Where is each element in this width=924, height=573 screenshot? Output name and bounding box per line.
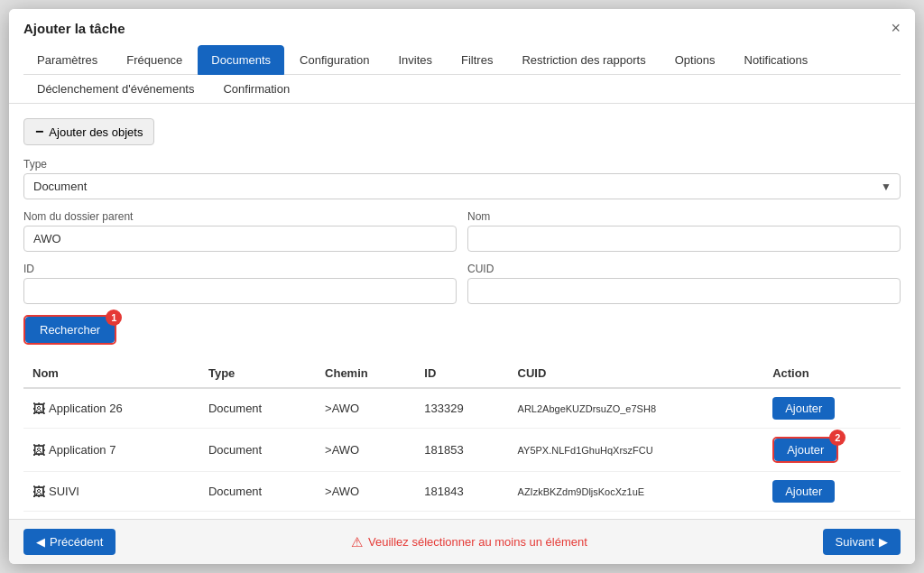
cell-chemin: >AWO — [316, 472, 415, 512]
nom-label: Nom — [467, 210, 901, 223]
tab-invites[interactable]: Invites — [384, 45, 446, 75]
cuid-col: CUID — [467, 263, 901, 315]
doc-icon: 🖼 — [32, 485, 45, 499]
table-row: 🖼 Application 26 Document >AWO 133329 AR… — [23, 388, 901, 429]
parent-folder-label: Nom du dossier parent — [23, 210, 457, 223]
ajouter-button[interactable]: Ajouter — [772, 397, 835, 420]
nom-input[interactable] — [467, 226, 901, 252]
rechercher-section: Rechercher 1 — [23, 315, 901, 345]
chevron-right-icon: ▶ — [879, 535, 888, 549]
modal: Ajouter la tâche × Paramètres Fréquence … — [9, 9, 915, 564]
cell-action: Ajouter 2 — [763, 429, 901, 472]
cell-type: Document — [199, 388, 316, 429]
id-cuid-row: ID CUID — [23, 263, 901, 315]
suivant-button[interactable]: Suivant ▶ — [823, 529, 901, 555]
cell-nom: 🖼 SUIVI — [23, 472, 199, 512]
precedent-label: Précédent — [50, 535, 103, 549]
tab-declenchement[interactable]: Déclenchement d'événements — [23, 75, 208, 103]
doc-icon: 🖼 — [32, 443, 45, 457]
cell-type: Document — [199, 429, 316, 472]
col-type: Type — [199, 359, 316, 388]
footer-warning: ⚠ Veuillez sélectionner au moins un élém… — [351, 534, 587, 550]
cell-id: 133329 — [415, 388, 508, 429]
cell-cuid: AZIzkBKZdm9DljsKocXz1uE — [509, 472, 764, 512]
tab-filtres[interactable]: Filtres — [448, 45, 506, 75]
col-cuid: CUID — [509, 359, 764, 388]
warning-icon: ⚠ — [351, 534, 363, 550]
ajouter-button[interactable]: Ajouter — [774, 439, 836, 461]
cell-id: 181843 — [415, 472, 508, 512]
tab-options[interactable]: Options — [661, 45, 729, 75]
col-chemin: Chemin — [316, 359, 415, 388]
rechercher-outer: Rechercher 1 — [23, 315, 116, 345]
id-label: ID — [23, 263, 457, 275]
modal-footer: ◀ Précédent ⚠ Veuillez sélectionner au m… — [9, 519, 915, 564]
suivant-label: Suivant — [836, 535, 874, 549]
cell-nom: 🖼 Application 7 — [23, 429, 199, 472]
col-id: ID — [415, 359, 508, 388]
tab-notifications[interactable]: Notifications — [731, 45, 822, 75]
tab-confirmation[interactable]: Confirmation — [209, 75, 303, 103]
modal-title: Ajouter la tâche — [23, 21, 125, 36]
id-input[interactable] — [23, 278, 457, 304]
id-col: ID — [23, 263, 457, 315]
table-header-row: Nom Type Chemin ID CUID Action — [23, 359, 901, 388]
action-badge: 2 — [829, 430, 845, 446]
modal-header: Ajouter la tâche × Paramètres Fréquence … — [9, 9, 915, 104]
parent-nom-row: Nom du dossier parent Nom — [23, 210, 901, 263]
precedent-button[interactable]: ◀ Précédent — [23, 529, 116, 555]
doc-icon: 🖼 — [32, 402, 45, 416]
rechercher-button[interactable]: Rechercher 1 — [25, 317, 115, 343]
cell-chemin: >AWO — [316, 429, 415, 472]
cell-action: Ajouter — [763, 472, 901, 512]
section-add-objects[interactable]: − Ajouter des objets — [23, 118, 154, 145]
cuid-label: CUID — [467, 263, 901, 275]
type-select-wrapper: Document Dossier Rapport ▼ — [23, 173, 901, 199]
parent-folder-col: Nom du dossier parent — [23, 210, 457, 263]
table-row: 🖼 SUIVI Document >AWO 181843 AZIzkBKZdm9… — [23, 472, 901, 512]
section-header-label: Ajouter des objets — [49, 125, 143, 139]
tab-documents[interactable]: Documents — [198, 45, 284, 75]
type-label: Type — [23, 158, 901, 171]
tab-parametres[interactable]: Paramètres — [23, 45, 111, 75]
table-row: 🖼 Application 7 Document >AWO 181853 AY5… — [23, 429, 901, 472]
cell-action: Ajouter — [763, 388, 901, 429]
results-table: Nom Type Chemin ID CUID Action 🖼 Applica… — [23, 359, 901, 512]
rechercher-badge: 1 — [106, 310, 122, 326]
tab-frequence[interactable]: Fréquence — [113, 45, 196, 75]
type-select[interactable]: Document Dossier Rapport — [23, 173, 901, 199]
cell-cuid: AY5PX.NLFd1GhuHqXrszFCU — [509, 429, 764, 472]
tab-restriction[interactable]: Restriction des rapports — [508, 45, 659, 75]
cell-nom: 🖼 Application 26 — [23, 388, 199, 429]
ajouter-badge-wrapper: Ajouter 2 — [772, 437, 838, 463]
warning-text: Veuillez sélectionner au moins un élémen… — [368, 535, 587, 549]
col-nom: Nom — [23, 359, 199, 388]
tabs-row-1: Paramètres Fréquence Documents Configura… — [23, 45, 901, 74]
parent-folder-input[interactable] — [23, 226, 457, 252]
cuid-input[interactable] — [467, 278, 901, 304]
cell-type: Document — [199, 472, 316, 512]
tab-configuration[interactable]: Configuration — [286, 45, 383, 75]
cell-cuid: ARL2AbgeKUZDrsuZO_e7SH8 — [509, 388, 764, 429]
cell-id: 181853 — [415, 429, 508, 472]
modal-body: − Ajouter des objets Type Document Dossi… — [9, 104, 915, 519]
type-group: Type Document Dossier Rapport ▼ — [23, 158, 901, 199]
chevron-left-icon: ◀ — [36, 535, 45, 549]
ajouter-button[interactable]: Ajouter — [772, 480, 835, 503]
collapse-icon: − — [35, 124, 43, 140]
close-button[interactable]: × — [891, 20, 901, 36]
nom-col: Nom — [467, 210, 901, 263]
cell-chemin: >AWO — [316, 388, 415, 429]
tabs-row-2: Déclenchement d'événements Confirmation — [23, 74, 901, 103]
col-action: Action — [763, 359, 901, 388]
rechercher-label: Rechercher — [40, 323, 100, 337]
